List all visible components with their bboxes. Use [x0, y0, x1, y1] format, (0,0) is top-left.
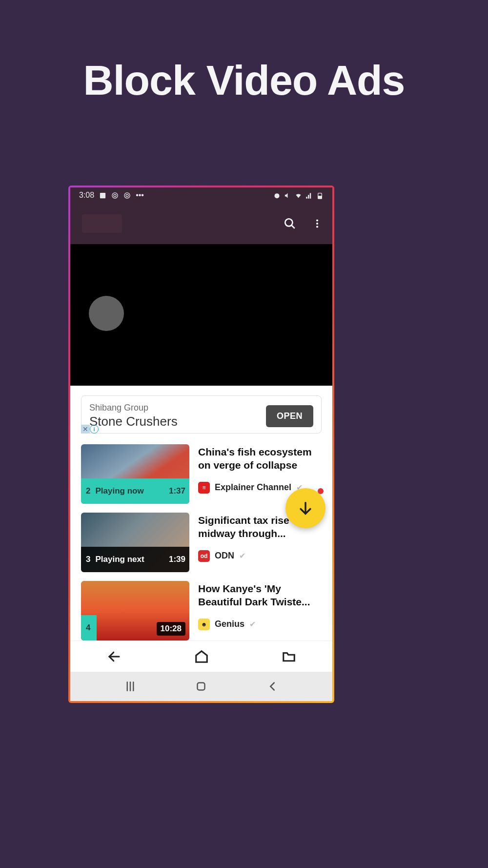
battery-icon: [316, 192, 324, 199]
channel-name: ODN: [215, 551, 234, 561]
notification-dot-icon: [318, 488, 324, 494]
content-area: Shibang Group Stone Crushers OPEN ✕ i 2 …: [70, 386, 332, 641]
channel-avatar: od: [198, 550, 210, 562]
picture-icon: [99, 192, 106, 199]
ad-headline: Stone Crushers: [89, 414, 266, 429]
svg-point-1: [112, 192, 118, 198]
queue-index: 2: [86, 486, 90, 496]
system-home-icon[interactable]: [194, 679, 208, 694]
download-fab[interactable]: [285, 488, 325, 528]
svg-point-12: [316, 226, 318, 227]
svg-point-3: [124, 192, 130, 198]
download-arrow-icon: [297, 500, 314, 517]
queue-status: Playing now: [95, 486, 143, 496]
svg-rect-0: [100, 192, 105, 198]
svg-point-8: [285, 219, 292, 226]
chrome-icon: [123, 192, 131, 199]
queue-index: 3: [86, 555, 90, 564]
video-list: 2 Playing now 1:37 China's fish ecosyste…: [70, 444, 332, 641]
status-time: 3:08: [79, 191, 94, 200]
app-header: [70, 203, 332, 244]
video-title: China's fish ecosystem on verge of colla…: [198, 445, 322, 472]
verified-icon: ✔: [249, 620, 256, 629]
channel-name: Genius: [215, 619, 244, 629]
svg-point-4: [126, 194, 128, 197]
home-icon[interactable]: [194, 649, 209, 664]
video-duration: 10:28: [157, 622, 185, 636]
phone-screen: 3:08 ••• Shibang Group Stone Crushers OP: [70, 187, 332, 701]
svg-point-2: [114, 194, 116, 197]
signal-icon: [305, 192, 313, 199]
chrome-icon: [111, 192, 119, 199]
svg-point-10: [316, 220, 318, 222]
video-thumbnail[interactable]: 3 Playing next 1:39: [81, 513, 189, 572]
video-item[interactable]: 3 Playing next 1:39 Significant tax rise…: [81, 513, 322, 572]
video-duration: 1:39: [169, 555, 185, 564]
svg-line-9: [291, 225, 295, 228]
video-duration: 1:37: [169, 486, 185, 496]
app-logo[interactable]: [82, 214, 122, 233]
system-back-icon[interactable]: [265, 679, 280, 694]
back-arrow-icon[interactable]: [107, 649, 122, 664]
android-status-bar: 3:08 •••: [70, 187, 332, 203]
channel-avatar: ≡: [198, 482, 210, 494]
ad-banner[interactable]: Shibang Group Stone Crushers OPEN ✕ i: [81, 395, 322, 434]
channel-name: Explainer Channel: [215, 482, 291, 493]
svg-point-11: [316, 223, 318, 225]
video-item[interactable]: 2 Playing now 1:37 China's fish ecosyste…: [81, 444, 322, 504]
svg-point-5: [275, 193, 280, 198]
video-thumbnail[interactable]: 2 Playing now 1:37: [81, 444, 189, 504]
svg-rect-7: [318, 196, 322, 198]
folder-icon[interactable]: [282, 649, 296, 664]
touch-indicator-icon: [89, 296, 124, 331]
channel-avatar: ☻: [198, 619, 210, 630]
video-item[interactable]: 4 10:28 How Kanye's 'My Beautiful Dark T…: [81, 581, 322, 641]
android-system-nav: [70, 672, 332, 701]
search-icon[interactable]: [284, 217, 296, 230]
status-more: •••: [136, 191, 144, 200]
page-title: Block Video Ads: [0, 0, 488, 104]
alarm-icon: [273, 192, 281, 199]
mute-icon: [284, 192, 291, 199]
ad-choices[interactable]: ✕ i: [81, 425, 99, 434]
more-vert-icon[interactable]: [312, 217, 323, 230]
svg-rect-18: [198, 683, 205, 690]
queue-status: Playing next: [95, 555, 144, 564]
ad-open-button[interactable]: OPEN: [266, 405, 313, 427]
info-icon[interactable]: i: [90, 425, 99, 434]
phone-frame: 3:08 ••• Shibang Group Stone Crushers OP: [68, 186, 334, 703]
browser-navigation: [70, 641, 332, 672]
recents-icon[interactable]: [123, 679, 138, 694]
close-icon[interactable]: ✕: [81, 425, 90, 434]
video-title: How Kanye's 'My Beautiful Dark Twiste...: [198, 582, 322, 609]
video-player[interactable]: [70, 244, 332, 386]
wifi-icon: [295, 192, 302, 199]
verified-icon: ✔: [239, 551, 245, 560]
queue-index: 4: [86, 623, 90, 633]
ad-advertiser: Shibang Group: [89, 403, 266, 413]
video-thumbnail[interactable]: 4 10:28: [81, 581, 189, 641]
